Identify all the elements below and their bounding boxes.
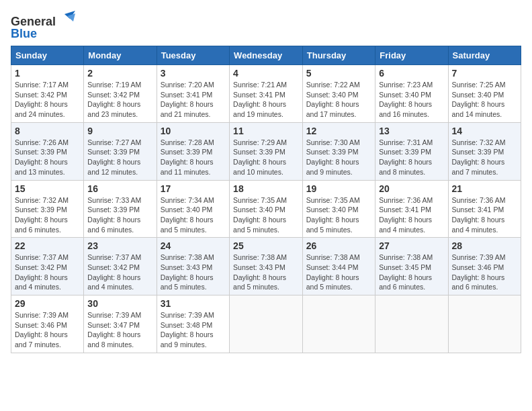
day-number: 8 [15, 126, 80, 136]
calendar-cell [230, 295, 303, 353]
day-number: 31 [161, 298, 226, 309]
day-number: 7 [452, 68, 518, 79]
calendar-cell: 21Sunrise: 7:36 AMSunset: 3:41 PMDayligh… [448, 180, 521, 238]
calendar-cell: 31Sunrise: 7:39 AMSunset: 3:48 PMDayligh… [157, 295, 229, 353]
day-info: Sunrise: 7:39 AMSunset: 3:47 PMDaylight:… [87, 310, 152, 350]
calendar-week-row: 22Sunrise: 7:37 AMSunset: 3:42 PMDayligh… [11, 238, 521, 295]
day-number: 13 [379, 126, 444, 136]
calendar-cell: 8Sunrise: 7:26 AMSunset: 3:39 PMDaylight… [11, 122, 84, 180]
calendar-cell: 4Sunrise: 7:21 AMSunset: 3:41 PMDaylight… [230, 65, 303, 123]
day-info: Sunrise: 7:27 AMSunset: 3:39 PMDaylight:… [87, 138, 152, 177]
day-number: 25 [233, 240, 299, 251]
calendar-cell [448, 295, 521, 353]
calendar-cell: 15Sunrise: 7:32 AMSunset: 3:39 PMDayligh… [11, 180, 84, 238]
calendar-cell: 14Sunrise: 7:32 AMSunset: 3:39 PMDayligh… [448, 122, 521, 180]
day-number: 12 [306, 126, 371, 136]
day-info: Sunrise: 7:39 AMSunset: 3:48 PMDaylight:… [161, 310, 226, 350]
day-number: 21 [452, 183, 518, 194]
col-header-saturday: Saturday [448, 46, 521, 65]
day-info: Sunrise: 7:20 AMSunset: 3:41 PMDaylight:… [161, 80, 226, 120]
day-number: 5 [306, 68, 371, 79]
day-info: Sunrise: 7:23 AMSunset: 3:40 PMDaylight:… [379, 80, 444, 120]
day-number: 29 [15, 298, 80, 309]
day-info: Sunrise: 7:28 AMSunset: 3:39 PMDaylight:… [161, 138, 226, 177]
day-info: Sunrise: 7:29 AMSunset: 3:39 PMDaylight:… [233, 138, 299, 177]
day-info: Sunrise: 7:36 AMSunset: 3:41 PMDaylight:… [379, 195, 444, 235]
day-number: 15 [15, 183, 80, 194]
calendar-table: SundayMondayTuesdayWednesdayThursdayFrid… [11, 46, 521, 353]
day-number: 16 [87, 183, 152, 194]
svg-text:Blue: Blue [11, 27, 37, 40]
calendar-cell: 20Sunrise: 7:36 AMSunset: 3:41 PMDayligh… [375, 180, 448, 238]
day-info: Sunrise: 7:37 AMSunset: 3:42 PMDaylight:… [15, 253, 80, 292]
col-header-wednesday: Wednesday [230, 46, 303, 65]
calendar-cell: 23Sunrise: 7:37 AMSunset: 3:42 PMDayligh… [84, 238, 157, 295]
day-info: Sunrise: 7:39 AMSunset: 3:46 PMDaylight:… [452, 253, 518, 292]
calendar-cell: 12Sunrise: 7:30 AMSunset: 3:39 PMDayligh… [302, 122, 375, 180]
col-header-thursday: Thursday [302, 46, 375, 65]
col-header-sunday: Sunday [11, 46, 84, 65]
calendar-week-row: 29Sunrise: 7:39 AMSunset: 3:46 PMDayligh… [11, 295, 521, 353]
calendar-cell: 30Sunrise: 7:39 AMSunset: 3:47 PMDayligh… [84, 295, 157, 353]
calendar-cell: 3Sunrise: 7:20 AMSunset: 3:41 PMDaylight… [157, 65, 229, 123]
calendar-cell: 24Sunrise: 7:38 AMSunset: 3:43 PMDayligh… [157, 238, 229, 295]
day-info: Sunrise: 7:21 AMSunset: 3:41 PMDaylight:… [233, 80, 299, 120]
day-number: 9 [87, 126, 152, 136]
day-number: 14 [452, 126, 518, 136]
logo: GeneralBlue [11, 11, 78, 40]
day-info: Sunrise: 7:32 AMSunset: 3:39 PMDaylight:… [452, 138, 518, 177]
calendar-cell: 9Sunrise: 7:27 AMSunset: 3:39 PMDaylight… [84, 122, 157, 180]
day-info: Sunrise: 7:38 AMSunset: 3:43 PMDaylight:… [233, 253, 299, 292]
page-header: GeneralBlue [11, 11, 521, 40]
calendar-week-row: 8Sunrise: 7:26 AMSunset: 3:39 PMDaylight… [11, 122, 521, 180]
day-info: Sunrise: 7:17 AMSunset: 3:42 PMDaylight:… [15, 80, 80, 120]
calendar-cell: 26Sunrise: 7:38 AMSunset: 3:44 PMDayligh… [302, 238, 375, 295]
calendar-cell: 2Sunrise: 7:19 AMSunset: 3:42 PMDaylight… [84, 65, 157, 123]
day-number: 18 [233, 183, 299, 194]
day-info: Sunrise: 7:38 AMSunset: 3:43 PMDaylight:… [161, 253, 226, 292]
calendar-week-row: 15Sunrise: 7:32 AMSunset: 3:39 PMDayligh… [11, 180, 521, 238]
day-info: Sunrise: 7:34 AMSunset: 3:40 PMDaylight:… [161, 195, 226, 235]
calendar-cell: 19Sunrise: 7:35 AMSunset: 3:40 PMDayligh… [302, 180, 375, 238]
day-number: 3 [161, 68, 226, 79]
day-number: 28 [452, 240, 518, 251]
day-info: Sunrise: 7:32 AMSunset: 3:39 PMDaylight:… [15, 195, 80, 235]
day-info: Sunrise: 7:31 AMSunset: 3:39 PMDaylight:… [379, 138, 444, 177]
day-info: Sunrise: 7:35 AMSunset: 3:40 PMDaylight:… [306, 195, 371, 235]
day-info: Sunrise: 7:39 AMSunset: 3:46 PMDaylight:… [15, 310, 80, 350]
calendar-cell [375, 295, 448, 353]
day-number: 27 [379, 240, 444, 251]
calendar-week-row: 1Sunrise: 7:17 AMSunset: 3:42 PMDaylight… [11, 65, 521, 123]
calendar-header-row: SundayMondayTuesdayWednesdayThursdayFrid… [11, 46, 521, 65]
day-number: 30 [87, 298, 152, 309]
calendar-cell: 27Sunrise: 7:38 AMSunset: 3:45 PMDayligh… [375, 238, 448, 295]
calendar-cell: 6Sunrise: 7:23 AMSunset: 3:40 PMDaylight… [375, 65, 448, 123]
calendar-cell: 13Sunrise: 7:31 AMSunset: 3:39 PMDayligh… [375, 122, 448, 180]
calendar-cell: 5Sunrise: 7:22 AMSunset: 3:40 PMDaylight… [302, 65, 375, 123]
calendar-cell: 10Sunrise: 7:28 AMSunset: 3:39 PMDayligh… [157, 122, 229, 180]
day-number: 4 [233, 68, 299, 79]
logo-svg: GeneralBlue [11, 11, 78, 40]
calendar-cell: 11Sunrise: 7:29 AMSunset: 3:39 PMDayligh… [230, 122, 303, 180]
day-info: Sunrise: 7:35 AMSunset: 3:40 PMDaylight:… [233, 195, 299, 235]
calendar-cell: 22Sunrise: 7:37 AMSunset: 3:42 PMDayligh… [11, 238, 84, 295]
day-info: Sunrise: 7:37 AMSunset: 3:42 PMDaylight:… [87, 253, 152, 292]
day-number: 19 [306, 183, 371, 194]
calendar-cell [302, 295, 375, 353]
day-number: 10 [161, 126, 226, 136]
day-number: 22 [15, 240, 80, 251]
day-number: 23 [87, 240, 152, 251]
day-info: Sunrise: 7:22 AMSunset: 3:40 PMDaylight:… [306, 80, 371, 120]
day-number: 6 [379, 68, 444, 79]
day-number: 26 [306, 240, 371, 251]
day-number: 1 [15, 68, 80, 79]
col-header-tuesday: Tuesday [157, 46, 229, 65]
calendar-cell: 25Sunrise: 7:38 AMSunset: 3:43 PMDayligh… [230, 238, 303, 295]
calendar-cell: 16Sunrise: 7:33 AMSunset: 3:39 PMDayligh… [84, 180, 157, 238]
day-number: 11 [233, 126, 299, 136]
day-info: Sunrise: 7:33 AMSunset: 3:39 PMDaylight:… [87, 195, 152, 235]
calendar-cell: 28Sunrise: 7:39 AMSunset: 3:46 PMDayligh… [448, 238, 521, 295]
day-info: Sunrise: 7:26 AMSunset: 3:39 PMDaylight:… [15, 138, 80, 177]
calendar-cell: 17Sunrise: 7:34 AMSunset: 3:40 PMDayligh… [157, 180, 229, 238]
day-number: 24 [161, 240, 226, 251]
